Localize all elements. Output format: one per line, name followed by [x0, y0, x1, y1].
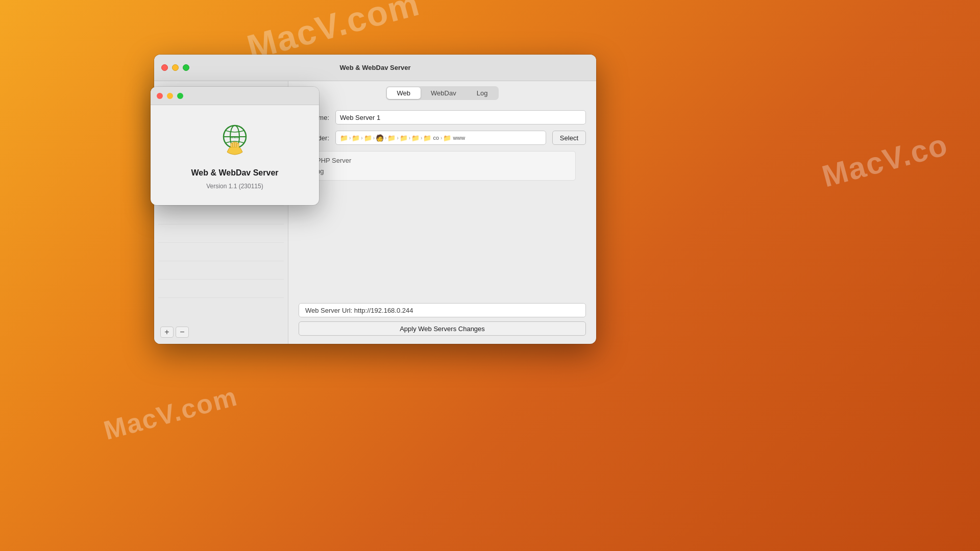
svg-text:www: www: [230, 135, 239, 139]
about-app-name: Web & WebDav Server: [191, 168, 278, 178]
php-server-row: PHP Server: [316, 157, 568, 164]
url-text: Web Server Url: http://192.168.0.244: [305, 307, 413, 314]
content-row-2: ng: [316, 167, 568, 175]
name-row: Name:: [299, 110, 586, 124]
folder-icon-7: 📁: [411, 134, 420, 142]
tab-bar: Web WebDav Log: [288, 81, 596, 104]
about-version: Version 1.1 (230115): [206, 183, 263, 190]
sidebar-row-10: [158, 280, 284, 298]
path-sep-8: ›: [440, 135, 442, 141]
tab-log[interactable]: Log: [467, 87, 498, 99]
tab-group: Web WebDav Log: [386, 86, 499, 100]
folder-path[interactable]: 📁 › 📁 › 📁 › 🧑 › 📁 › 📁 › 📁 ›: [335, 131, 546, 145]
bottom-area: Web Server Url: http://192.168.0.244 App…: [288, 299, 596, 344]
path-sep-2: ›: [361, 135, 362, 141]
path-sep-1: ›: [349, 135, 351, 141]
path-sep-7: ›: [421, 135, 422, 141]
remove-server-button[interactable]: −: [176, 327, 189, 338]
tab-webdav[interactable]: WebDav: [421, 87, 467, 99]
title-bar: Web & WebDav Server: [154, 55, 596, 81]
about-maximize-button[interactable]: [177, 93, 183, 99]
sidebar-row-6: [158, 206, 284, 224]
path-sep-6: ›: [409, 135, 410, 141]
about-close-button[interactable]: [157, 93, 163, 99]
folder-icon-9: 📁: [443, 134, 451, 142]
path-sep-3: ›: [373, 135, 375, 141]
folder-icon-4: 🧑: [376, 134, 384, 142]
folder-icon-6: 📁: [400, 134, 408, 142]
path-sep-5: ›: [397, 135, 398, 141]
add-server-button[interactable]: +: [160, 327, 174, 338]
folder-icon-3: 📁: [364, 134, 372, 142]
about-body: www Web & WebDav Server Version 1.1 (230…: [151, 105, 319, 205]
close-button[interactable]: [161, 64, 168, 71]
tab-web[interactable]: Web: [387, 87, 421, 99]
main-content: Web WebDav Log Name: Folder: 📁 ›: [288, 81, 596, 344]
folder-icon-5: 📁: [387, 134, 396, 142]
sidebar-footer: + −: [158, 322, 284, 338]
sidebar-row-8: [158, 243, 284, 261]
about-title-bar: [151, 87, 319, 105]
url-bar: Web Server Url: http://192.168.0.244: [299, 303, 586, 317]
path-co: co: [433, 135, 439, 141]
path-www: www: [453, 135, 465, 141]
apply-button[interactable]: Apply Web Servers Changes: [299, 321, 586, 336]
folder-icon-2: 📁: [352, 134, 360, 142]
sidebar-row-9: [158, 261, 284, 280]
content-placeholder: PHP Server ng: [309, 152, 575, 180]
folder-icon-1: 📁: [340, 134, 348, 142]
folder-row: Folder: 📁 › 📁 › 📁 › 🧑 › 📁 › 📁 ›: [299, 131, 586, 145]
name-input[interactable]: [335, 110, 586, 124]
app-icon: www: [214, 120, 255, 161]
maximize-button[interactable]: [183, 64, 189, 71]
form-area: Name: Folder: 📁 › 📁 › 📁 › 🧑 ›: [288, 104, 596, 299]
window-controls: [161, 64, 189, 71]
window-title: Web & WebDav Server: [340, 64, 411, 71]
minimize-button[interactable]: [172, 64, 179, 71]
about-minimize-button[interactable]: [167, 93, 173, 99]
folder-icon-8: 📁: [423, 134, 431, 142]
path-sep-4: ›: [385, 135, 386, 141]
select-button[interactable]: Select: [552, 131, 586, 145]
content-area: PHP Server ng: [309, 151, 576, 181]
sidebar-row-7: [158, 224, 284, 243]
about-dialog: www Web & WebDav Server Version 1.1 (230…: [151, 87, 319, 205]
